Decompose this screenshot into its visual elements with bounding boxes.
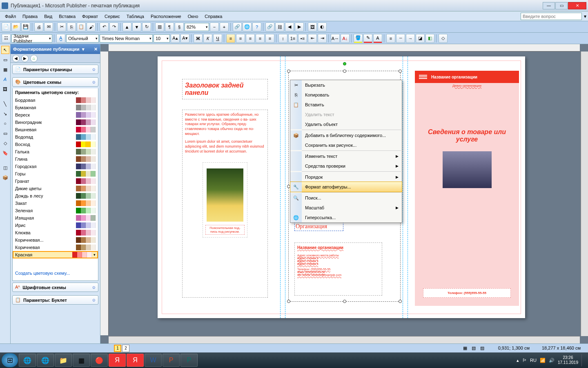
3d-button[interactable]: ◧ <box>425 34 434 43</box>
color-scheme-item[interactable]: Коричневая <box>13 244 98 251</box>
increase-indent-button[interactable]: ⇥ <box>318 34 327 43</box>
color-scheme-item[interactable]: Бумажная <box>13 104 98 111</box>
special-chars-button[interactable]: § <box>175 22 184 31</box>
style-combo[interactable]: Обычный <box>66 34 99 43</box>
context-menu-item[interactable]: ✂Вырезать <box>290 80 402 90</box>
context-menu-item[interactable]: 🌐Гиперссылка... <box>290 213 402 222</box>
underline-button[interactable]: Ч <box>213 34 222 43</box>
menu-help[interactable]: Справка <box>201 13 225 20</box>
resize-handle-nw[interactable] <box>287 70 290 73</box>
section-font-schemes[interactable]: Aᴬ Шрифтовые схемы ⊙ <box>12 283 98 292</box>
picture-button[interactable]: 🖼 <box>308 22 317 31</box>
rotate-button[interactable]: ↻ <box>142 22 151 31</box>
line-spacing-button[interactable]: ↕ <box>278 34 287 43</box>
print-button[interactable]: 🖨 <box>34 22 43 31</box>
section-booklet-params[interactable]: 📋 Параметры: Буклет ⊙ <box>12 295 98 305</box>
dash-style-button[interactable]: ┄ <box>396 34 405 43</box>
menu-view[interactable]: Вид <box>41 13 56 20</box>
columns-button[interactable]: ▥ <box>155 22 164 31</box>
taskpane-back-button[interactable]: ◀ <box>12 55 20 62</box>
copy-button[interactable]: ⎘ <box>67 22 76 31</box>
context-menu-item[interactable]: Сохранить как рисунок... <box>290 140 402 150</box>
email-button[interactable]: ✉ <box>44 22 53 31</box>
tray-volume-icon[interactable]: 🔊 <box>549 358 555 363</box>
context-menu-item[interactable]: Изменить текст▶ <box>290 151 402 161</box>
paste-button[interactable]: 📋 <box>77 22 86 31</box>
color-scheme-item[interactable]: Городская <box>13 163 98 170</box>
menu-format[interactable]: Формат <box>79 13 101 20</box>
show-desktop-button[interactable] <box>581 354 585 366</box>
section-page-params[interactable]: 📄 Параметры страницы ⊙ <box>12 65 98 74</box>
zoom-combo[interactable]: 82% <box>185 23 209 31</box>
format-painter-button[interactable]: 🖌 <box>87 22 96 31</box>
menu-table[interactable]: Таблица <box>123 13 147 20</box>
bullets-button[interactable]: •≡ <box>298 34 307 43</box>
design-gallery-tool[interactable]: ◫ <box>1 164 9 172</box>
tray-clock[interactable]: 23:26 17.11.2019 <box>558 355 578 365</box>
page-tab-2[interactable]: 2 <box>122 345 129 352</box>
numbering-button[interactable]: 1≡ <box>288 34 297 43</box>
vertical-ruler[interactable] <box>100 52 109 335</box>
taskbar-ie[interactable]: 🌐 <box>19 354 36 367</box>
font-combo[interactable]: Times New Roman <box>100 34 153 43</box>
shrink-font-button[interactable]: A▾ <box>180 34 189 43</box>
color-scheme-item[interactable]: Ирис <box>13 222 98 229</box>
color-scheme-item[interactable]: Закат <box>13 200 98 207</box>
distribute-button[interactable]: ≡ <box>265 34 274 43</box>
text-direction-button[interactable]: A↓ <box>341 34 350 43</box>
vertical-scrollbar[interactable] <box>581 52 588 336</box>
rotation-handle[interactable] <box>343 62 346 65</box>
color-scheme-item[interactable]: Гранат <box>13 177 98 185</box>
fontsize-combo[interactable]: 10 <box>154 34 170 43</box>
section-color-schemes[interactable]: 🎨 Цветовые схемы ⊙ <box>12 77 98 87</box>
color-scheme-item[interactable]: Восход <box>13 141 98 148</box>
autoshapes-tool[interactable]: ◇ <box>1 139 9 147</box>
back-heading-textbox[interactable]: Заголовок задней панели <box>182 79 268 99</box>
taskbar-generic[interactable]: ▦ <box>73 354 90 367</box>
menu-tools[interactable]: Сервис <box>101 13 123 20</box>
context-menu-item[interactable]: ⎘Копировать <box>290 90 402 100</box>
close-button[interactable]: ✕ <box>568 2 586 9</box>
context-menu-item[interactable]: 🔍Поиск... <box>290 193 402 203</box>
color-scheme-item[interactable]: Коричневая... <box>13 236 98 244</box>
context-menu-item[interactable]: Порядок▶ <box>290 172 402 182</box>
organization-label[interactable]: Организация <box>294 222 343 231</box>
tasks-icon[interactable]: ☷ <box>2 34 11 43</box>
taskbar-publisher[interactable]: P <box>180 354 198 367</box>
bring-front-button[interactable]: ▲ <box>122 22 131 31</box>
send-back-button[interactable]: ▼ <box>132 22 141 31</box>
tray-network-icon[interactable]: 📶 <box>540 358 546 363</box>
taskbar-chrome[interactable]: 🔴 <box>91 354 108 367</box>
help-button[interactable]: ? <box>252 22 261 31</box>
italic-button[interactable]: К <box>203 34 212 43</box>
rectangle-tool[interactable]: ▭ <box>1 129 9 137</box>
color-scheme-list[interactable]: БордоваяБумажнаяВерескВиноградникВишнева… <box>13 96 98 268</box>
resize-handle-n[interactable] <box>343 70 346 73</box>
picture-frame-tool[interactable]: 🖼 <box>1 85 9 93</box>
content-library-tool[interactable]: 📦 <box>1 173 9 182</box>
save-button[interactable]: 💾 <box>21 22 30 31</box>
line-color-button[interactable]: ✎ <box>363 34 372 43</box>
create-scheme-link[interactable]: Создать цветовую схему... <box>13 268 98 278</box>
prev-frame-button[interactable]: ◀ <box>285 22 294 31</box>
link-frames-button[interactable]: 🔗 <box>265 22 274 31</box>
color-scheme-item[interactable]: Горы <box>13 170 98 177</box>
color-scheme-item[interactable]: Бордовая <box>13 96 98 104</box>
align-right-button[interactable]: ≡ <box>246 34 255 43</box>
taskpane-dropdown-icon[interactable]: ▾ <box>82 47 85 52</box>
taskpane-close-icon[interactable]: ✕ <box>94 47 98 52</box>
front-panel[interactable]: Название организации Девиз организации С… <box>415 71 519 306</box>
unlink-frames-button[interactable]: ⛓ <box>275 22 284 31</box>
color-scheme-item[interactable]: Зеленая <box>13 207 98 214</box>
front-phone[interactable]: Телефон: (555)555-55-55 <box>423 288 511 298</box>
shadow-button[interactable]: ◪ <box>416 34 425 43</box>
tray-flag-icon[interactable]: 🏳 <box>522 358 527 363</box>
grow-font-button[interactable]: A▴ <box>171 34 180 43</box>
font-color-button[interactable]: A <box>373 34 382 43</box>
arrow-style-button[interactable]: → <box>406 34 415 43</box>
resize-handle-sw[interactable] <box>287 300 290 303</box>
context-menu-item[interactable]: 📋Вставить <box>290 100 402 110</box>
taskbar-powerpoint[interactable]: P <box>163 354 180 367</box>
minimize-button[interactable]: — <box>543 2 555 9</box>
color-scheme-item[interactable]: Дождь в лесу <box>13 192 98 200</box>
